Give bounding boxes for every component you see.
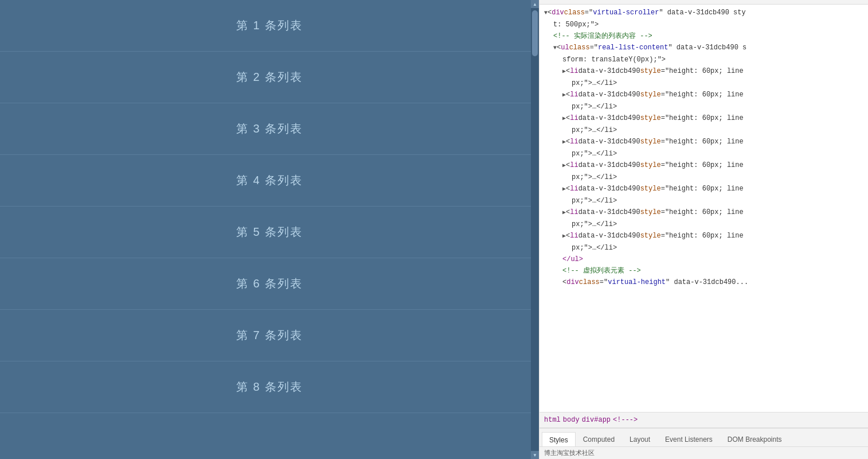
code-line[interactable]: px;">…</li> [539, 77, 868, 89]
devtools-tab-bar[interactable]: StylesComputedLayoutEvent ListenersDOM B… [539, 428, 868, 446]
list-item-2: 第 2 条列表 [0, 52, 539, 103]
tab-event-listeners[interactable]: Event Listeners [658, 431, 720, 446]
breadcrumb-item-3[interactable]: <!---> [613, 416, 638, 424]
code-line[interactable]: px;">…</li> [539, 172, 868, 183]
dom-code-area: ▼<div class="virtual-scroller" data-v-31… [539, 5, 868, 412]
code-line[interactable]: ▶<li data-v-31dcb490 style="height: 60px… [539, 230, 868, 242]
code-line[interactable]: px;">…</li> [539, 148, 868, 160]
breadcrumb-item-0[interactable]: html [544, 416, 561, 424]
code-line[interactable]: px;">…</li> [539, 242, 868, 254]
tab-layout[interactable]: Layout [622, 431, 658, 446]
code-line[interactable]: ▶<li data-v-31dcb490 style="height: 60px… [539, 160, 868, 172]
status-bar: 博主淘宝技术社区 [539, 446, 868, 459]
code-line[interactable]: <!-- 实际渲染的列表内容 --> [539, 30, 868, 42]
tab-computed[interactable]: Computed [576, 431, 622, 446]
code-line[interactable]: ▼<div class="virtual-scroller" data-v-31… [539, 7, 868, 19]
tab-styles[interactable]: Styles [542, 432, 576, 446]
list-item-7: 第 7 条列表 [0, 310, 539, 361]
list-item-4: 第 4 条列表 [0, 155, 539, 207]
list-item-6: 第 6 条列表 [0, 258, 539, 310]
devtools-toolbar [539, 0, 868, 5]
virtual-list-panel: 第 1 条列表第 2 条列表第 3 条列表第 4 条列表第 5 条列表第 6 条… [0, 0, 539, 459]
list-item-1: 第 1 条列表 [0, 0, 539, 52]
list-item-5: 第 5 条列表 [0, 207, 539, 258]
code-line[interactable]: </ul> [539, 254, 868, 265]
breadcrumb-item-2[interactable]: div#app [582, 416, 611, 424]
code-line[interactable]: px;">…</li> [539, 101, 868, 112]
breadcrumb-item-1[interactable]: body [563, 416, 580, 424]
code-line[interactable]: ▶<li data-v-31dcb490 style="height: 60px… [539, 136, 868, 148]
scrollbar-up-arrow[interactable]: ▲ [531, 0, 539, 8]
code-line[interactable]: px;">…</li> [539, 195, 868, 207]
devtools-panel: ▼<div class="virtual-scroller" data-v-31… [539, 0, 868, 459]
code-line[interactable]: ▼<ul class="real-list-content" data-v-31… [539, 42, 868, 54]
status-text: 博主淘宝技术社区 [544, 449, 595, 457]
scrollbar-thumb[interactable] [532, 10, 538, 56]
scrollbar-track[interactable]: ▲ ▼ [531, 0, 539, 459]
code-line[interactable]: sform: translateY(0px);"> [539, 54, 868, 65]
code-line[interactable]: <div class="virtual-height" data-v-31dcb… [539, 277, 868, 288]
code-line[interactable]: ▶<li data-v-31dcb490 style="height: 60px… [539, 65, 868, 77]
list-items-container: 第 1 条列表第 2 条列表第 3 条列表第 4 条列表第 5 条列表第 6 条… [0, 0, 539, 413]
list-item-8: 第 8 条列表 [0, 361, 539, 413]
code-line[interactable]: ▶<li data-v-31dcb490 style="height: 60px… [539, 89, 868, 101]
code-line[interactable]: ▶<li data-v-31dcb490 style="height: 60px… [539, 112, 868, 125]
code-line[interactable]: px;">…</li> [539, 125, 868, 136]
code-line[interactable]: px;">…</li> [539, 219, 868, 230]
code-line[interactable]: ▶<li data-v-31dcb490 style="height: 60px… [539, 183, 868, 195]
code-line[interactable]: ▶<li data-v-31dcb490 style="height: 60px… [539, 207, 868, 219]
code-line[interactable]: t: 500px;"> [539, 19, 868, 30]
breadcrumb-bar: html body div#app <!---> [539, 412, 868, 428]
tab-dom-breakpoints[interactable]: DOM Breakpoints [720, 431, 789, 446]
code-line[interactable]: <!-- 虚拟列表元素 --> [539, 265, 868, 277]
scrollbar-down-arrow[interactable]: ▼ [531, 451, 539, 459]
list-item-3: 第 3 条列表 [0, 103, 539, 155]
